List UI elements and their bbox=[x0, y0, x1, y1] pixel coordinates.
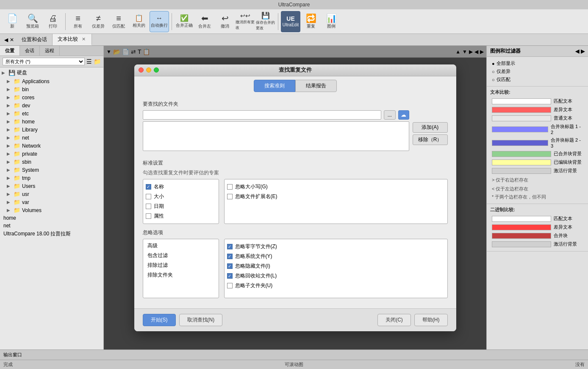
ignore-exclude-folder[interactable]: 排除文件夹 bbox=[145, 270, 217, 280]
check-hidden-files[interactable]: ✓ 忽略隐藏文件(I) bbox=[227, 261, 445, 271]
ignore-advanced[interactable]: 高级 bbox=[145, 241, 217, 251]
add-folder-button[interactable]: 添加(A) bbox=[413, 122, 448, 133]
tree-item-home2[interactable]: home bbox=[0, 214, 103, 222]
tree-item-library[interactable]: ▶ 📁 Library bbox=[0, 126, 103, 134]
criteria-left-panel: ✓ 名称 大小 日期 bbox=[143, 179, 219, 224]
check-ignore-ext-box[interactable] bbox=[227, 194, 233, 199]
close-button[interactable] bbox=[139, 67, 144, 73]
tree-item-users[interactable]: ▶ 📁 Users bbox=[0, 182, 103, 190]
tree-item-applications[interactable]: ▶ 📁 Applications bbox=[0, 77, 103, 85]
folder-path-input[interactable] bbox=[143, 110, 381, 120]
check-recycle-bin-box[interactable]: ✓ bbox=[227, 273, 233, 279]
check-size-box[interactable] bbox=[146, 194, 151, 199]
tool-merge-left[interactable]: ⬅ 合并左 bbox=[195, 11, 214, 32]
tool-related[interactable]: 📋 相关的 bbox=[129, 11, 149, 32]
tab-close-all[interactable]: ✕ bbox=[10, 37, 14, 43]
location-tab-location[interactable]: 位置 bbox=[0, 46, 20, 56]
tree-item-tmp[interactable]: ▶ 📁 tmp bbox=[0, 174, 103, 182]
filter-all[interactable]: ● 全部显示 bbox=[490, 59, 585, 67]
tab-text-compare[interactable]: 文本比较 ✕ bbox=[53, 34, 92, 45]
tool-merge-correct[interactable]: ✅ 合并正确 bbox=[175, 11, 194, 32]
tool-print[interactable]: 🖨 打印 bbox=[43, 11, 63, 32]
start-search-button[interactable]: 开始(S) bbox=[143, 314, 176, 326]
tree-label-net: net bbox=[22, 135, 29, 141]
tree-item-bin[interactable]: ▶ 📁 bin bbox=[0, 85, 103, 93]
check-recycle-bin[interactable]: ✓ 忽略回收站文件(L) bbox=[227, 271, 445, 281]
tree-arrow-system: ▶ bbox=[7, 168, 12, 172]
tree-root-hdd[interactable]: ▶ 💾 硬盘 bbox=[0, 68, 103, 77]
tool-save-merge[interactable]: 💾 保存合并的更改 bbox=[256, 11, 275, 32]
tool-diff-only[interactable]: ≠ 仅差异 bbox=[89, 11, 108, 32]
check-zero-byte-box[interactable]: ✓ bbox=[227, 244, 233, 249]
maximize-button[interactable] bbox=[154, 67, 159, 73]
location-tab-session[interactable]: 会话 bbox=[20, 46, 40, 56]
folder-browse-button[interactable]: ... bbox=[384, 110, 396, 120]
check-ignore-ext[interactable]: 忽略文件扩展名(E) bbox=[227, 192, 445, 201]
folder-cloud-button[interactable]: ☁ bbox=[398, 110, 409, 120]
tree-item-usr[interactable]: ▶ 📁 usr bbox=[0, 190, 103, 198]
tree-item-home[interactable]: ▶ 📁 home bbox=[0, 117, 103, 126]
tree-item-sbin[interactable]: ▶ 📁 sbin bbox=[0, 158, 103, 166]
check-attr[interactable]: 属性 bbox=[146, 211, 216, 221]
legend-bin-diff-box bbox=[492, 224, 551, 230]
close-dialog-button[interactable]: 关闭(C) bbox=[377, 314, 411, 326]
right-panel-arrow-right[interactable]: ▶ bbox=[581, 48, 585, 54]
tab-arrow-left[interactable]: ◀ bbox=[4, 37, 8, 43]
tree-item-network[interactable]: ▶ 📁 Network bbox=[0, 142, 103, 150]
tool-merge-left-label: 合并左 bbox=[198, 23, 211, 29]
cancel-find-button[interactable]: 取消查找(N) bbox=[179, 314, 223, 326]
tab-text-compare-close[interactable]: ✕ bbox=[80, 36, 86, 42]
check-zero-byte[interactable]: ✓ 忽略零字节文件(Z) bbox=[227, 242, 445, 252]
tool-ultra-edit[interactable]: UE UltraEdit bbox=[281, 11, 300, 32]
ignore-include-filter[interactable]: 包含过滤 bbox=[145, 251, 217, 260]
tool-auto-replace[interactable]: ↔ 自动换行 bbox=[150, 11, 169, 32]
modal-tab-results[interactable]: 结果报告 bbox=[295, 80, 337, 92]
tab-location[interactable]: 位置和会话 bbox=[17, 34, 53, 45]
check-hidden-files-box[interactable]: ✓ bbox=[227, 263, 233, 269]
tool-undo-all[interactable]: ↩↩ 撤消所有更改 bbox=[236, 11, 255, 32]
tool-preview[interactable]: 🔍 预览箱 bbox=[23, 11, 42, 32]
minimize-button[interactable] bbox=[146, 67, 151, 73]
tool-match-only[interactable]: ≡ 仅匹配 bbox=[109, 11, 128, 32]
tree-item-system[interactable]: ▶ 📁 System bbox=[0, 166, 103, 174]
tool-all[interactable]: ≡ 所有 bbox=[68, 11, 88, 32]
check-ignore-case-box[interactable] bbox=[227, 184, 233, 190]
tool-legend[interactable]: 📊 图例 bbox=[322, 11, 341, 32]
tree-item-var[interactable]: ▶ 📁 var bbox=[0, 198, 103, 206]
tree-item-net[interactable]: ▶ 📁 net bbox=[0, 134, 103, 142]
right-panel-arrow-left[interactable]: ◀ bbox=[575, 48, 579, 54]
help-button[interactable]: 帮助(H) bbox=[414, 314, 448, 326]
filter-match[interactable]: ○ 仅匹配 bbox=[490, 75, 585, 84]
check-subfolders[interactable]: 忽略子文件夹(U) bbox=[227, 281, 445, 291]
check-date[interactable]: 日期 bbox=[146, 201, 216, 211]
tree-item-ultracompare[interactable]: UltraCompare 18.00 拉普拉斯 bbox=[0, 229, 103, 238]
tree-item-net2[interactable]: net bbox=[0, 222, 103, 229]
check-name-box[interactable]: ✓ bbox=[146, 184, 151, 190]
location-tab-remote[interactable]: 远程 bbox=[40, 46, 60, 56]
check-size[interactable]: 大小 bbox=[146, 192, 216, 201]
tree-item-dev[interactable]: ▶ 📁 dev bbox=[0, 101, 103, 109]
check-name[interactable]: ✓ 名称 bbox=[146, 182, 216, 192]
tool-new[interactable]: 📄 新 bbox=[3, 11, 22, 32]
check-system-files[interactable]: ✓ 忽略系统文件(Y) bbox=[227, 252, 445, 261]
filter-icon[interactable]: ☰ bbox=[86, 58, 92, 65]
check-date-box[interactable] bbox=[146, 204, 151, 209]
file-type-selector[interactable]: 所有文件 (*) bbox=[3, 58, 85, 65]
tool-undo[interactable]: ↩ 撤消 bbox=[215, 11, 235, 32]
check-ignore-case[interactable]: 忽略大小写(G) bbox=[227, 182, 445, 192]
output-window-tab[interactable]: 输出窗口 bbox=[3, 352, 22, 358]
tree-item-volumes[interactable]: ▶ 📁 Volumes bbox=[0, 206, 103, 214]
ignore-exclude-filter[interactable]: 排除过滤 bbox=[145, 260, 217, 270]
tool-repeat[interactable]: 🔁 重复 bbox=[301, 11, 321, 32]
remove-folder-button[interactable]: 移除（R） bbox=[413, 134, 448, 145]
tree-item-cores[interactable]: ▶ 📁 cores bbox=[0, 93, 103, 101]
check-subfolders-box[interactable] bbox=[227, 283, 233, 288]
text-compare-title: 文本比较: bbox=[490, 89, 585, 95]
modal-tab-search[interactable]: 搜索准则 bbox=[254, 80, 295, 92]
tree-item-private[interactable]: ▶ 📁 private bbox=[0, 150, 103, 158]
filter-diff[interactable]: ○ 仅差异 bbox=[490, 67, 585, 75]
folder-icon[interactable]: 📁 bbox=[94, 58, 101, 65]
check-attr-box[interactable] bbox=[146, 213, 151, 219]
check-system-files-box[interactable]: ✓ bbox=[227, 254, 233, 259]
tree-item-etc[interactable]: ▶ 📁 etc bbox=[0, 109, 103, 117]
